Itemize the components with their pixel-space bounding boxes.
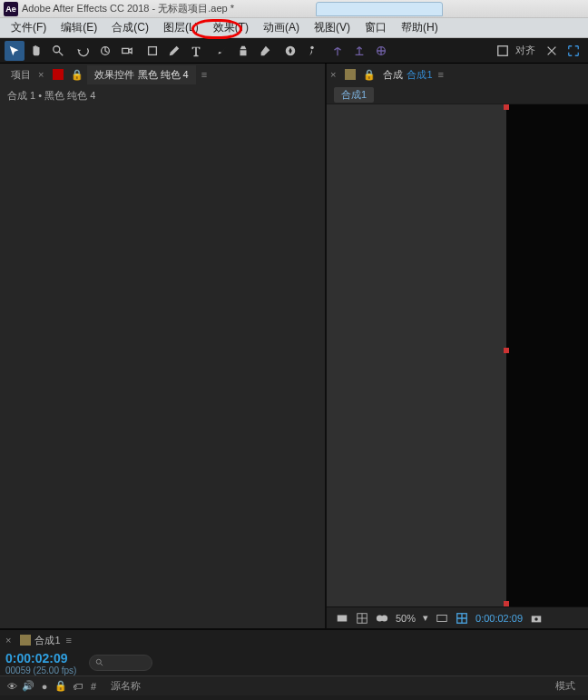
local-axis-icon[interactable] bbox=[328, 41, 348, 61]
zoom-dropdown-icon[interactable]: ▾ bbox=[423, 612, 428, 624]
snap-checkbox[interactable] bbox=[493, 41, 513, 61]
view-axis-icon[interactable] bbox=[371, 41, 391, 61]
svg-point-0 bbox=[54, 45, 60, 52]
search-help-icon[interactable] bbox=[542, 41, 562, 61]
toolbar: 对齐 bbox=[0, 38, 588, 64]
clone-tool[interactable] bbox=[233, 41, 253, 61]
close-timeline-icon[interactable]: × bbox=[5, 635, 11, 646]
zoom-tool[interactable] bbox=[48, 41, 68, 61]
close-tab-icon[interactable]: × bbox=[38, 69, 44, 80]
tab-effects-label: 效果控件 bbox=[94, 69, 134, 80]
viewer-footer: 50% ▾ 0:00:02:09 bbox=[327, 606, 588, 628]
background-tab[interactable] bbox=[316, 2, 443, 16]
camera-tool[interactable] bbox=[117, 41, 137, 61]
comp-panel-menu-icon[interactable]: ≡ bbox=[438, 69, 444, 80]
svg-point-15 bbox=[97, 659, 102, 664]
composition-viewer[interactable] bbox=[327, 104, 588, 606]
menu-composition[interactable]: 合成(C) bbox=[104, 18, 156, 37]
index-col: # bbox=[85, 681, 102, 692]
zoom-level[interactable]: 50% bbox=[396, 613, 416, 624]
close-comp-icon[interactable]: × bbox=[330, 69, 336, 80]
tab-effect-controls[interactable]: 效果控件 黑色 纯色 4 bbox=[87, 65, 195, 84]
layer-handle[interactable] bbox=[504, 104, 509, 110]
layer-handle[interactable] bbox=[504, 601, 509, 606]
tab-effects-target: 黑色 纯色 4 bbox=[138, 69, 189, 80]
comp-swatch-icon bbox=[345, 69, 356, 80]
effects-breadcrumb: 合成 1 • 黑色 纯色 4 bbox=[0, 85, 325, 106]
comp-flowchart-row: 合成1 bbox=[327, 85, 588, 104]
search-icon bbox=[95, 658, 104, 667]
svg-point-14 bbox=[534, 617, 538, 621]
video-col-icon[interactable]: 👁 bbox=[4, 681, 20, 692]
menu-animation[interactable]: 动画(A) bbox=[256, 18, 307, 37]
world-axis-icon[interactable] bbox=[349, 41, 369, 61]
effects-body bbox=[0, 106, 325, 628]
snap-label: 对齐 bbox=[515, 44, 535, 57]
svg-rect-2 bbox=[122, 48, 129, 53]
svg-rect-7 bbox=[338, 615, 348, 621]
menu-view[interactable]: 视图(V) bbox=[307, 18, 358, 37]
expand-icon[interactable] bbox=[564, 41, 583, 61]
rect-tool[interactable] bbox=[142, 41, 162, 61]
menu-effect[interactable]: 效果(T) bbox=[206, 18, 256, 37]
comp-tab-link[interactable]: 合成1 bbox=[407, 68, 432, 82]
mask-icon[interactable] bbox=[376, 612, 388, 625]
pen-tool[interactable] bbox=[164, 41, 184, 61]
color-swatch-icon bbox=[53, 69, 64, 80]
right-panel: × 🔒 合成 合成1 ≡ 合成1 50% ▾ 0:00:02:09 bbox=[327, 64, 588, 628]
type-tool[interactable] bbox=[186, 41, 206, 61]
menu-edit[interactable]: 编辑(E) bbox=[54, 18, 104, 37]
audio-col-icon[interactable]: 🔊 bbox=[20, 680, 36, 692]
layer-handle[interactable] bbox=[504, 348, 509, 353]
window-title: Adobe After Effects CC 2018 - 无标题项目.aep … bbox=[22, 2, 234, 15]
menu-file[interactable]: 文件(F) bbox=[4, 18, 54, 37]
menu-window[interactable]: 窗口 bbox=[358, 18, 394, 37]
brush-tool[interactable] bbox=[211, 41, 231, 61]
svg-point-10 bbox=[381, 615, 387, 621]
source-name-col[interactable]: 源名称 bbox=[111, 679, 141, 693]
comp-canvas bbox=[506, 104, 588, 606]
left-panel: 项目 × 🔒 效果控件 黑色 纯色 4 ≡ 合成 1 • 黑色 纯色 4 bbox=[0, 64, 327, 628]
menu-help[interactable]: 帮助(H) bbox=[394, 18, 446, 37]
main-area: 项目 × 🔒 效果控件 黑色 纯色 4 ≡ 合成 1 • 黑色 纯色 4 × 🔒… bbox=[0, 64, 588, 628]
timeline-menu-icon[interactable]: ≡ bbox=[66, 635, 72, 646]
roto-tool[interactable] bbox=[280, 41, 300, 61]
timeline-swatch-icon bbox=[20, 635, 31, 646]
comp-lock-icon[interactable]: 🔒 bbox=[363, 69, 376, 81]
hand-tool[interactable] bbox=[26, 41, 46, 61]
comp-tab-label: 合成 bbox=[383, 68, 403, 82]
tab-project[interactable]: 项目 bbox=[4, 65, 38, 84]
eraser-tool[interactable] bbox=[255, 41, 275, 61]
res-icon[interactable] bbox=[336, 612, 348, 625]
timeline-header: 0:00:02:09 00059 (25.00 fps) bbox=[0, 650, 588, 675]
svg-rect-6 bbox=[498, 45, 508, 55]
svg-point-4 bbox=[310, 45, 314, 49]
transparency-icon[interactable] bbox=[456, 612, 468, 625]
solo-col-icon[interactable]: ● bbox=[36, 681, 53, 692]
selection-tool[interactable] bbox=[5, 41, 24, 61]
label-col-icon[interactable]: 🏷 bbox=[69, 681, 85, 692]
timeline-tabs: × 合成1 ≡ bbox=[0, 630, 588, 650]
lock-icon[interactable]: 🔒 bbox=[71, 69, 83, 81]
puppet-tool[interactable] bbox=[302, 41, 322, 61]
lock-col-icon[interactable]: 🔒 bbox=[53, 680, 69, 692]
rotate-tool[interactable] bbox=[95, 41, 115, 61]
snapshot-icon[interactable] bbox=[530, 612, 543, 625]
timeline-frame-info: 00059 (25.00 fps) bbox=[5, 665, 76, 675]
orbit-tool[interactable] bbox=[74, 41, 93, 61]
timeline-tab[interactable]: 合成1 bbox=[34, 634, 60, 647]
timeline-search[interactable] bbox=[89, 655, 152, 671]
viewer-timecode[interactable]: 0:00:02:09 bbox=[475, 613, 523, 624]
svg-rect-3 bbox=[149, 46, 157, 54]
title-bar: Ae Adobe After Effects CC 2018 - 无标题项目.a… bbox=[0, 0, 588, 18]
panel-menu-icon[interactable]: ≡ bbox=[201, 69, 207, 80]
channel-icon[interactable] bbox=[436, 612, 448, 625]
timeline-timecode[interactable]: 0:00:02:09 bbox=[5, 651, 76, 665]
svg-rect-11 bbox=[437, 615, 447, 621]
menu-layer[interactable]: 图层(L) bbox=[156, 18, 206, 37]
comp-flowchart-chip[interactable]: 合成1 bbox=[334, 87, 374, 103]
left-panel-tabs: 项目 × 🔒 效果控件 黑色 纯色 4 ≡ bbox=[0, 64, 325, 85]
timeline-columns: 👁 🔊 ● 🔒 🏷 # 源名称 模式 bbox=[0, 675, 588, 695]
grid-icon[interactable] bbox=[356, 612, 368, 625]
mode-col[interactable]: 模式 bbox=[555, 679, 575, 693]
